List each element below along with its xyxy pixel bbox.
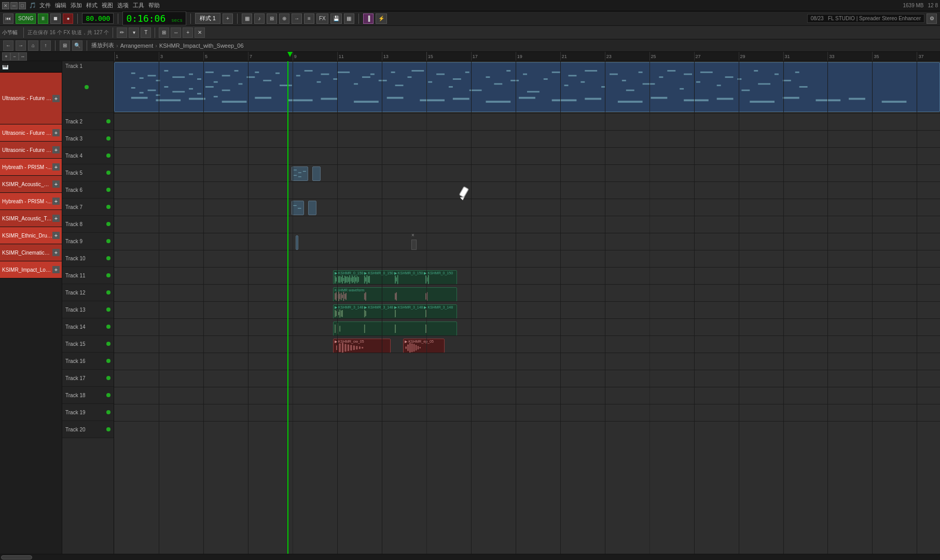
breadcrumb-item-2[interactable]: Arrangement [120, 43, 154, 49]
ruler[interactable]: 1 3 5 7 9 11 13 15 17 19 21 23 25 27 29 … [114, 52, 940, 61]
svg-rect-72 [700, 72, 713, 73]
fx-btn[interactable]: FX [316, 13, 328, 24]
svg-rect-130 [354, 276, 355, 284]
previous-btn[interactable]: ⏮ [3, 13, 13, 24]
tool-select[interactable]: ▾ [129, 27, 139, 38]
instrument-track-6[interactable]: Hybreath - PRISM -... + [0, 193, 62, 210]
record-btn[interactable]: ● [63, 13, 73, 24]
breadcrumb-search-btn[interactable]: 🔍 [72, 40, 82, 51]
instrument-track-10[interactable]: KSIMR_Impact_Low... + [0, 261, 62, 278]
play-btn[interactable]: ⏸ [38, 13, 48, 24]
grid-v-33 [827, 61, 828, 554]
pattern-view-btn[interactable]: ▦ [344, 13, 354, 24]
tool-zoom[interactable]: T [141, 27, 151, 38]
minimize-btn[interactable]: ─ [10, 2, 18, 9]
pattern-block-5a[interactable] [292, 166, 308, 181]
track-add-9[interactable]: + [52, 249, 60, 256]
menu-file[interactable]: 文件 [39, 2, 51, 9]
tool-draw[interactable]: ✏ [117, 27, 127, 38]
ruler-add-btn[interactable]: + [2, 52, 10, 61]
menu-options[interactable]: 选项 [117, 2, 129, 9]
menu-view[interactable]: 视图 [102, 2, 113, 9]
instrument-track-3[interactable]: Ultrasonic - Future B... + [0, 142, 62, 159]
svg-rect-192 [414, 344, 415, 351]
pattern-block-7b[interactable] [308, 201, 316, 215]
pattern-block-5b[interactable] [312, 166, 321, 181]
audio-block-11[interactable]: ▶ KSHMR_0_150 ▶ KSHMR_0_150 ▶ KSHMR_0_15… [333, 270, 457, 285]
menu-help[interactable]: 帮助 [148, 2, 160, 9]
svg-rect-189 [408, 344, 409, 351]
h-scrollbar[interactable] [0, 554, 940, 560]
arrangement-area[interactable]: 样式 1 [114, 61, 940, 554]
track-add-4[interactable]: + [52, 163, 60, 171]
instrument-track-4[interactable]: Hybreath - PRISM -... + [0, 159, 62, 176]
menu-edit[interactable]: 编辑 [55, 2, 66, 9]
audio-block-13b[interactable] [333, 321, 457, 336]
save-btn[interactable]: 💾 [330, 13, 342, 24]
audio-block-14b[interactable]: ▶ KSHMR_ep_05 [403, 339, 445, 353]
instrument-track-1[interactable]: Ultrasonic - Future B... + [0, 73, 62, 124]
track-add-3[interactable]: + [52, 146, 60, 153]
audio-block-12[interactable]: KSHMR waveform [333, 287, 457, 302]
pattern-add-btn[interactable]: + [223, 13, 233, 24]
menu-add[interactable]: 添加 [71, 2, 82, 9]
step-seq-btn[interactable]: ⊞ [267, 13, 277, 24]
instrument-track-5[interactable]: KSIMR_Acoustic_Kic... + [0, 176, 62, 193]
instrument-track-9[interactable]: KSIMR_Cinematic_D... + [0, 244, 62, 261]
tool-snap[interactable]: ⊞ [159, 27, 169, 38]
svg-rect-105 [849, 98, 865, 100]
bpm-display[interactable]: 80.000 [82, 13, 114, 24]
menu-tools[interactable]: 工具 [133, 2, 144, 9]
browser-btn[interactable]: → [292, 13, 302, 24]
close-btn[interactable]: ✕ [2, 2, 9, 9]
mixer-toggle-btn[interactable]: ▐ [363, 13, 374, 24]
tool-close[interactable]: ✕ [195, 27, 205, 38]
pattern-label[interactable]: 样式 1 [195, 13, 220, 24]
track-label-8: Track 8 [65, 221, 104, 227]
track-add-6[interactable]: + [52, 198, 60, 205]
maximize-btn[interactable]: □ [19, 2, 26, 9]
mixer-btn[interactable]: ▦ [242, 13, 252, 24]
svg-rect-144 [428, 275, 428, 284]
track-add-5[interactable]: + [52, 180, 60, 188]
stop-btn[interactable]: ⏹ [50, 13, 61, 24]
breadcrumb-item-3[interactable]: KSHMR_Impact_with_Sweep_06 [159, 43, 244, 49]
ruler-minus-btn[interactable]: − [10, 52, 19, 61]
track-add-10[interactable]: + [52, 266, 60, 273]
tool-add-track[interactable]: + [183, 27, 193, 38]
breadcrumb-item-1[interactable]: 播放列表 [91, 41, 114, 49]
instrument-track-7[interactable]: KSIMR_Acoustic_To... + [0, 210, 62, 227]
track-add-2[interactable]: + [52, 129, 60, 136]
playlist-btn[interactable]: ≡ [304, 13, 314, 24]
breadcrumb-view-btn[interactable]: ⊞ [60, 40, 70, 51]
breadcrumb-back[interactable]: ← [3, 40, 13, 51]
piano-roll-btn[interactable]: ♪ [254, 13, 265, 24]
pattern-block-7a[interactable] [292, 201, 304, 215]
menu-style[interactable]: 样式 [86, 2, 98, 9]
tool-magnet[interactable]: ↔ [171, 27, 181, 38]
pattern-block-9a[interactable] [296, 235, 298, 250]
plugin-settings-btn[interactable]: ⚙ [927, 13, 937, 24]
breadcrumb-fwd[interactable]: → [16, 40, 26, 51]
plugin-browser-btn[interactable]: ⊕ [279, 13, 289, 24]
pattern-block-1[interactable] [114, 62, 940, 112]
track-add-1[interactable]: + [52, 95, 60, 102]
h-sep-1 [114, 113, 940, 114]
audio-block-14a[interactable]: ▶ KSHMR_ow_05 [333, 339, 391, 353]
ruler-fit-btn[interactable]: ↔ [19, 52, 27, 61]
instrument-track-2[interactable]: Ultrasonic - Future B... + [0, 124, 62, 142]
track-add-8[interactable]: + [52, 232, 60, 239]
breadcrumb-up[interactable]: ↑ [40, 40, 51, 51]
cpu-meter-btn[interactable]: ⚡ [376, 13, 387, 24]
track-header-9: Track 9 [62, 233, 114, 250]
song-btn[interactable]: SONG [16, 13, 36, 24]
track-add-7[interactable]: + [52, 215, 60, 222]
small-pattern-marker[interactable] [411, 240, 417, 250]
breadcrumb-home[interactable]: ⌂ [28, 40, 38, 51]
h-scroll-thumb[interactable] [1, 555, 32, 559]
track-label-1: Track 1 [65, 61, 82, 69]
instrument-track-8[interactable]: KSIMR_Ethnic_Drum... + [0, 227, 62, 244]
h-sep-10 [114, 267, 940, 268]
svg-rect-19 [305, 70, 313, 72]
audio-block-13[interactable]: ▶ KSHMR_3_148 ▶ KSHMR_3_148 ▶ KSHMR_3_14… [333, 304, 457, 319]
